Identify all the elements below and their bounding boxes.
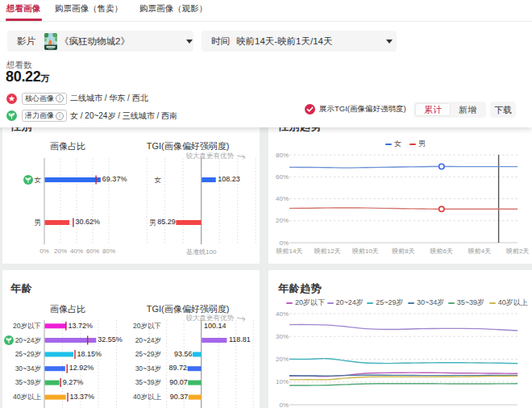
- tgi-category-label: 25~29岁: [124, 350, 161, 360]
- mode-new-button[interactable]: 新增: [451, 103, 484, 116]
- card-gender-trend-chart-canvas: [268, 110, 532, 264]
- trend-line-35~39岁: [289, 384, 517, 385]
- legend-dash-icon: [367, 302, 373, 304]
- legend-item-男[interactable]: 男: [409, 139, 426, 149]
- legend-dash-icon: [286, 302, 293, 304]
- card-gender-chart-canvas: [2, 110, 260, 264]
- share-value-label: 12.92%: [69, 364, 94, 372]
- share-bar: [45, 220, 70, 225]
- tgi-value-label: 90.37: [160, 393, 188, 401]
- legend-item-25~29岁[interactable]: 25~29岁: [367, 298, 403, 308]
- movie-caret-icon: [186, 40, 193, 44]
- time-filter-label: 时间: [211, 35, 230, 48]
- profile-row-potential: 潜力画像i女 / 20~24岁 / 三线城市 / 西南: [6, 110, 177, 122]
- tgi-toggle[interactable]: 展示TGI(画像偏好强弱度): [305, 104, 406, 114]
- profile-row-core: 核心画像i二线城市 / 华东 / 西北: [6, 93, 148, 104]
- x-tick-label: 映前2天: [498, 247, 532, 256]
- share-category-label: 20岁以下: [4, 322, 41, 331]
- y-tick-label: 20%: [268, 356, 289, 363]
- legend-item-女[interactable]: 女: [385, 139, 401, 149]
- tgi-value-label: 118.81: [229, 335, 251, 343]
- tgi-bar: [193, 352, 202, 357]
- tgi-bar: [202, 177, 216, 182]
- trend-line-男: [289, 208, 517, 210]
- legend-label: 40岁以上: [498, 298, 528, 308]
- movie-filter[interactable]: 影片: [7, 31, 193, 52]
- share-bar: [45, 352, 74, 357]
- legend-dash-icon: [408, 302, 414, 304]
- tab-ticket-profile-sale[interactable]: 购票画像（售卖）: [55, 3, 123, 15]
- legend-label: 男: [418, 139, 426, 149]
- tab-ticket-profile-view[interactable]: 购票画像（观影）: [139, 3, 207, 15]
- tgi-bar: [189, 395, 202, 400]
- tgi-bar: [188, 381, 201, 385]
- mode-switch: 累计 新增: [414, 102, 486, 118]
- card-age-trend-chart-canvas: [268, 270, 532, 408]
- want-to-see-unit: 万: [41, 73, 50, 83]
- tgi-category-label: 女: [124, 176, 161, 185]
- profile-badge-core: 核心画像i: [22, 93, 67, 105]
- x-tick-label: 映前12天: [308, 247, 347, 256]
- want-to-see-number: 80.22: [6, 69, 41, 85]
- info-icon: i: [56, 94, 64, 102]
- share-bar: [45, 323, 67, 328]
- y-tick-label: 10%: [268, 378, 289, 385]
- share-category-label: 35~39岁: [4, 378, 41, 388]
- tgi-toggle-label: 展示TGI(画像偏好强弱度): [319, 104, 406, 114]
- legend-label: 35~39岁: [457, 298, 484, 308]
- x-tick-label: 映前8天: [384, 247, 423, 256]
- want-to-see-value: 80.22万: [6, 69, 49, 85]
- profile-text: 二线城市 / 华东 / 西北: [70, 93, 148, 104]
- share-category-label: 25~29岁: [4, 350, 41, 360]
- legend-dash-icon: [489, 302, 496, 304]
- share-bar: [45, 177, 101, 182]
- legend-item-35~39岁[interactable]: 35~39岁: [448, 298, 484, 308]
- tgi-bar: [188, 366, 202, 371]
- x-tick-label: 映前10天: [346, 247, 384, 256]
- trend-line-女: [289, 167, 517, 169]
- tgi-baseline-label: 基准线100: [177, 248, 226, 256]
- share-value-label: 30.62%: [75, 218, 100, 226]
- tgi-value-label: 85.29: [148, 218, 176, 226]
- tgi-category-label: 20~24岁: [124, 336, 161, 346]
- tgi-bar: [202, 338, 227, 343]
- tgi-category-label: 35~39岁: [124, 378, 161, 388]
- y-tick-label: 30%: [268, 333, 289, 340]
- advantage-hint: 较大盘更有优势: [145, 152, 234, 161]
- card-age-trend: 年龄趋势 20岁以下20~24岁25~29岁30~34岁35~39岁40岁以上0…: [268, 270, 532, 408]
- legend-item-20~24岁[interactable]: 20~24岁: [327, 298, 364, 308]
- share-value-label: 13.72%: [68, 322, 93, 330]
- legend-item-40岁以上[interactable]: 40岁以上: [489, 298, 528, 308]
- legend-dash-icon: [385, 144, 392, 145]
- x-tick-label: 映前4天: [460, 247, 499, 256]
- y-tick-label: 20%: [268, 217, 289, 224]
- info-icon: i: [56, 112, 64, 120]
- trend-line-30~34岁: [289, 375, 517, 376]
- star-circle-icon: [6, 94, 17, 104]
- y-tick-label: 40%: [268, 310, 289, 318]
- download-button[interactable]: 下载: [490, 102, 516, 118]
- share-bar: [45, 395, 66, 400]
- y-tick-label: 0%: [268, 402, 289, 408]
- time-filter[interactable]: 时间 映前14天-映前1天/14天: [202, 31, 397, 52]
- profile-badge-potential: 潜力画像i: [22, 110, 67, 122]
- tgi-value-label: 93.56: [165, 350, 193, 358]
- profile-text: 女 / 20~24岁 / 三线城市 / 西南: [70, 110, 177, 122]
- movie-poster: [44, 33, 57, 50]
- y-tick-label: 60%: [268, 173, 289, 181]
- tab-separator: [0, 21, 532, 22]
- tab-want-profile[interactable]: 想看画像: [6, 3, 40, 15]
- movie-filter-label: 影片: [17, 35, 35, 48]
- legend-item-30~34岁[interactable]: 30~34岁: [408, 298, 444, 308]
- x-tick-label: 映前6天: [422, 247, 461, 256]
- advantage-arrow-icon: [237, 155, 245, 159]
- mode-cumulative-button[interactable]: 累计: [415, 103, 451, 116]
- tgi-value-label: 108.23: [218, 175, 240, 183]
- card-gender: 性别 画像占比TGI(画像偏好强弱度)较大盘更有优势0%20%40%60%80%…: [2, 110, 260, 264]
- share-value-label: 9.27%: [63, 378, 84, 386]
- share-bar: [45, 381, 60, 385]
- legend-item-20岁以下[interactable]: 20岁以下: [286, 298, 325, 308]
- trend-line-25~29岁: [289, 359, 517, 364]
- check-circle-icon: [305, 104, 315, 114]
- advantage-arrow-icon: [237, 317, 245, 321]
